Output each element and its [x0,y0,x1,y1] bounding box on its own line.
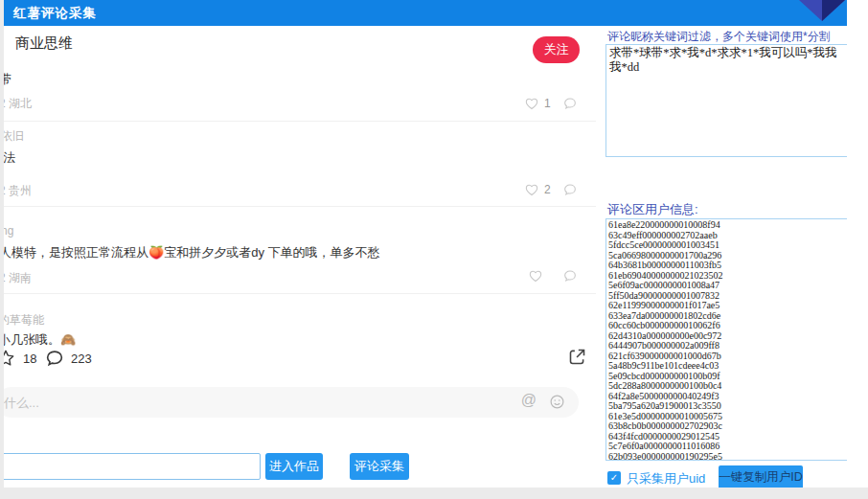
uid-only-checkbox[interactable]: ✓ [607,471,621,485]
comment-meta: 2 湖北 [4,96,32,112]
keyword-filter-textarea[interactable]: 求带*球带*求*我*d*求求*1*我可以吗*我我我*dd [605,44,847,157]
comment-meta: 2 贵州 [4,183,32,199]
divider [4,121,596,122]
like-heart-icon[interactable] [524,182,539,197]
comment-username: 的草莓能 [4,312,44,329]
divider [4,206,596,207]
copy-user-ids-button[interactable]: 一键复制用户ID [719,465,803,488]
comment-text: 小几张哦。🙈 [4,331,76,349]
user-info-label: 评论区用户信息: [607,201,698,218]
mention-icon[interactable]: @ [521,392,537,409]
comment-text: 人模特，是按照正常流程从🍑宝和拼夕夕或者dy 下单的哦，单多不愁 [4,244,380,261]
user-ids-textarea[interactable]: 61ea8e220000000010008f94 63c49eff0000000… [605,218,847,461]
collect-star-icon[interactable] [4,349,15,368]
page-edge-bottom [0,488,868,499]
reply-placeholder: 什么... [4,395,39,412]
divider [4,293,596,294]
enter-note-button[interactable]: 进入作品 [265,453,323,480]
reply-bubble-icon[interactable] [562,268,578,284]
app-screen: 红薯评论采集 商业思维 关注 带 2 湖北 1 依旧 法 2 贵州 [0,0,868,499]
emoji-smiley-icon[interactable] [549,394,565,410]
comment-text: 法 [4,149,15,167]
reply-bubble-icon[interactable] [562,96,578,111]
reply-input-bar[interactable]: 什么... @ [4,387,579,418]
collect-count: 18 [23,352,36,366]
reply-bubble-icon[interactable] [562,182,578,197]
note-url-input[interactable] [4,453,261,480]
comment-username: 依旧 [4,128,24,145]
like-count: 2 [544,183,551,196]
follow-button[interactable]: 关注 [533,36,580,63]
corner-fold-decoration [799,0,845,25]
keyword-filter-label: 评论昵称关键词过滤，多个关键词使用*分割 [607,29,831,45]
like-heart-icon[interactable] [524,96,539,111]
like-heart-icon[interactable] [528,268,543,284]
comment-username: ng [4,224,13,238]
uid-only-checkbox-label[interactable]: 只采集用户uid [627,470,705,488]
comment-text: 带 [4,71,11,88]
comment-count: 223 [71,352,92,366]
page-edge-left [0,0,4,488]
share-external-link-icon[interactable] [567,347,587,367]
like-count: 1 [544,97,551,110]
title-bar: 红薯评论采集 [4,0,847,26]
note-author-name: 商业思维 [15,34,73,53]
main-window: 红薯评论采集 商业思维 关注 带 2 湖北 1 依旧 法 2 贵州 [4,0,847,488]
comment-meta: 2 湖南 [4,270,32,286]
comment-bubble-icon[interactable] [44,348,65,369]
collect-comments-button[interactable]: 评论采集 [350,453,409,480]
app-title: 红薯评论采集 [13,5,97,22]
